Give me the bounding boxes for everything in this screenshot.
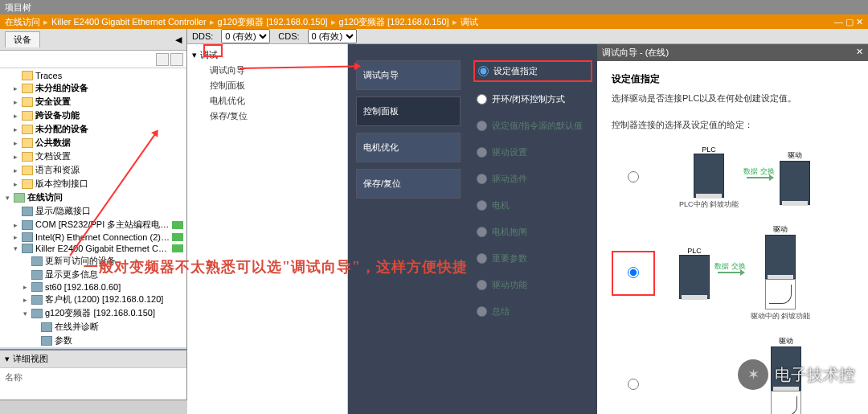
tree-item[interactable]: Traces	[0, 70, 186, 81]
tree-item[interactable]: ▸未分组的设备	[0, 81, 186, 95]
tree-item[interactable]: ▾在线访问	[0, 191, 186, 204]
detail-title: 详细视图	[13, 353, 48, 365]
annotation-text: 一般对变频器不太熟悉可以选"调试向导"，这样方便快捷	[84, 257, 468, 277]
choice-row-2[interactable]: PLC 数据 交换 驱动驱动中的 斜坡功能	[612, 224, 854, 322]
nav-group[interactable]: ▾ 调试	[190, 47, 344, 63]
wizard-step-option: 驱动设置	[473, 143, 592, 162]
bc-item[interactable]: Killer E2400 Gigabit Ethernet Controller	[51, 17, 207, 27]
tree-item[interactable]: ▸版本控制接口	[0, 177, 186, 191]
window-controls[interactable]: — ▢ ✕	[834, 17, 863, 27]
nav-item[interactable]: 保存/复位	[190, 109, 344, 124]
watermark-text: 电子技术控	[775, 364, 855, 386]
wizard-step-option: 电机抱闸	[473, 223, 592, 241]
editor-panel: DDS: 0 (有效) CDS: 0 (有效) ▾ 调试 调试向导 控制面板 电…	[187, 29, 868, 400]
tree-toolbar	[0, 51, 186, 68]
nav-item[interactable]: 控制面板	[190, 78, 344, 93]
wizard-step-option: 设定值/指令源的默认值	[473, 117, 592, 135]
watermark: ✶ 电子技术控	[738, 359, 855, 390]
choice-row-1[interactable]: PLCPLC中的 斜坡功能 数据 交换 驱动	[612, 146, 854, 210]
wizard-step-option[interactable]: 开环/闭环控制方式	[473, 90, 592, 109]
bc-item[interactable]: g120变频器 [192.168.0.150]	[339, 16, 449, 28]
wizard-desc2: 控制器连接的选择及设定值的给定：	[612, 119, 854, 131]
tab-devices[interactable]: 设备	[5, 31, 40, 47]
tree-item[interactable]: ▸客户机 (1200) [192.168.0.120]	[0, 293, 186, 306]
wizard-panel: 调试向导 - (在线) ✕ 设定值指定 选择驱动是否连接PLC以及在何处创建设定…	[597, 44, 868, 414]
tree-item[interactable]: ▸安全设置	[0, 95, 186, 109]
wizard-heading: 设定值指定	[612, 72, 854, 86]
wizard-step-option: 重要参数	[473, 249, 592, 268]
wizard-step-option: 总结	[473, 302, 592, 321]
toolbar-btn[interactable]	[156, 53, 169, 66]
nav-group-label: 调试	[200, 49, 218, 61]
tree-item[interactable]: 在线并诊断	[0, 320, 186, 334]
project-tree-panel: 设备 ◀ Traces▸未分组的设备▸安全设置▸跨设备功能▸未分配的设备▸公共数…	[0, 29, 187, 400]
tree-item[interactable]: 显示/隐藏接口	[0, 204, 186, 218]
wizard-desc: 选择驱动是否连接PLC以及在何处创建设定值。	[612, 92, 854, 105]
wechat-icon: ✶	[738, 359, 768, 390]
nav-column: ▾ 调试 调试向导 控制面板 电机优化 保存/复位	[187, 44, 348, 414]
nav-item[interactable]: 电机优化	[190, 93, 344, 109]
wizard-title: 调试向导 - (在线)	[602, 47, 669, 59]
tree-item[interactable]: ▸公共数据	[0, 136, 186, 150]
tree-item[interactable]: ▾g120变频器 [192.168.0.150]	[0, 306, 186, 320]
project-tree[interactable]: Traces▸未分组的设备▸安全设置▸跨设备功能▸未分配的设备▸公共数据▸文档设…	[0, 68, 186, 349]
chevron-down-icon: ▾	[192, 50, 197, 60]
wizard-step-option: 驱动选件	[473, 170, 592, 188]
step-btn-control[interactable]: 控制面板	[356, 96, 461, 126]
nav-item[interactable]: 调试向导	[190, 63, 344, 78]
detail-body: 名称	[0, 367, 186, 400]
wizard-header: 调试向导 - (在线) ✕	[597, 44, 868, 61]
diagram-2: PLC 数据 交换 驱动驱动中的 斜坡功能	[679, 224, 810, 322]
wizard-step-option: 电机	[473, 196, 592, 215]
detail-col-label: 名称	[5, 372, 23, 382]
bc-item[interactable]: g120变频器 [192.168.0.150]	[218, 16, 328, 28]
step-btn-wizard[interactable]: 调试向导	[356, 60, 461, 90]
tree-item[interactable]: ▸st60 [192.168.0.60]	[0, 281, 186, 293]
radio-no-plc[interactable]	[628, 379, 639, 390]
title-bar: 项目树	[0, 0, 868, 14]
tree-item[interactable]: ▸语言和资源	[0, 163, 186, 177]
collapse-icon[interactable]: ◀	[175, 35, 182, 45]
bc-item[interactable]: 调试	[461, 16, 478, 28]
radio-drive-ramp[interactable]	[628, 267, 639, 278]
toolbar-btn[interactable]	[170, 53, 183, 66]
tree-item[interactable]: ▸跨设备功能	[0, 109, 186, 122]
tree-item[interactable]: ▾Killer E2400 Gigabit Ethernet Controlle…	[0, 243, 186, 254]
tree-item[interactable]: ▸文档设置	[0, 150, 186, 163]
wizard-step-option: 驱动功能	[473, 276, 592, 294]
chevron-down-icon: ▾	[5, 354, 10, 364]
option-column: 设定值指定开环/闭环控制方式设定值/指令源的默认值驱动设置驱动选件电机电机抱闸重…	[469, 44, 597, 414]
title: 项目树	[5, 2, 31, 14]
step-column: 调试向导 控制面板 电机优化 保存/复位	[348, 44, 469, 414]
dds-label: DDS:	[192, 31, 213, 41]
wizard-step-option[interactable]: 设定值指定	[473, 60, 592, 82]
close-icon[interactable]: ✕	[856, 47, 863, 59]
detail-header[interactable]: ▾ 详细视图	[0, 350, 186, 367]
step-btn-motor[interactable]: 电机优化	[356, 133, 461, 162]
cds-label: CDS:	[278, 31, 299, 41]
breadcrumb: 在线访问 ▸ Killer E2400 Gigabit Ethernet Con…	[0, 14, 868, 29]
editor-toolbar: DDS: 0 (有效) CDS: 0 (有效)	[187, 29, 868, 44]
step-btn-save[interactable]: 保存/复位	[356, 169, 461, 199]
cds-select[interactable]: 0 (有效)	[308, 29, 357, 43]
tree-item[interactable]: 参数	[0, 334, 186, 347]
radio-plc-ramp[interactable]	[628, 171, 639, 182]
bc-prefix: 在线访问	[5, 16, 40, 28]
dds-select[interactable]: 0 (有效)	[221, 29, 270, 43]
tree-item[interactable]: ▸Intel(R) Ethernet Connection (2) I219-V	[0, 232, 186, 243]
diagram-1: PLCPLC中的 斜坡功能 数据 交换 驱动	[679, 146, 810, 210]
tab-header: 设备 ◀	[0, 29, 186, 51]
